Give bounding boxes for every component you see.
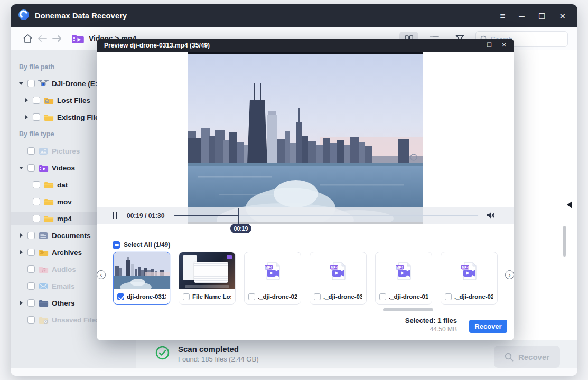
- playback-time: 00:19 / 01:30: [127, 212, 164, 220]
- item-label: Existing Files: [57, 113, 103, 121]
- preview-dialog: Preview dji-drone-0313.mp4 (35/49) ☐ ✕: [97, 39, 514, 340]
- status-title: Scan completed: [178, 345, 258, 354]
- folder-icon: [43, 197, 54, 206]
- vertical-scrollbar[interactable]: [563, 226, 566, 256]
- thumbnail-strip: dji-drone-0313.... File Name Lost... MP4: [97, 252, 514, 305]
- folder-icon: [43, 214, 54, 223]
- select-all-row[interactable]: Select All (1/49): [113, 241, 170, 249]
- thumbnail-checkbox[interactable]: [379, 293, 386, 300]
- carousel-right-icon[interactable]: ›: [505, 270, 514, 279]
- archives-folder-icon: [38, 248, 49, 256]
- item-label: DJI-Drone (E:): [52, 80, 100, 88]
- pictures-icon: [38, 147, 49, 155]
- item-label: Emails: [52, 282, 75, 290]
- item-label: mp4: [57, 215, 72, 223]
- expand-icon[interactable]: [24, 115, 30, 120]
- thumbnail-card[interactable]: MP4 ._dji-drone-022...: [244, 252, 301, 305]
- checkbox[interactable]: [27, 232, 35, 239]
- expand-icon[interactable]: [19, 233, 24, 238]
- mp4-file-icon: MP4: [245, 252, 301, 290]
- close-icon[interactable]: ✕: [559, 12, 566, 20]
- item-label: Videos: [52, 164, 75, 172]
- item-label: Archives: [52, 249, 82, 256]
- section-by-file-type: By file type: [19, 130, 54, 138]
- expand-icon[interactable]: [19, 300, 24, 306]
- documents-icon: [38, 231, 49, 240]
- checkbox[interactable]: [27, 80, 35, 87]
- recover-button[interactable]: Recover: [469, 320, 507, 333]
- forward-icon[interactable]: [50, 31, 64, 46]
- video-frame-image: [188, 52, 423, 224]
- dialog-close-icon[interactable]: ✕: [501, 42, 507, 49]
- thumbnail-checkbox[interactable]: [314, 293, 321, 300]
- thumbnail-name: File Name Lost...: [192, 293, 231, 300]
- scan-complete-icon: [155, 346, 170, 362]
- checkbox[interactable]: [33, 97, 40, 104]
- thumbnail-checkbox[interactable]: [183, 293, 190, 300]
- item-label: Lost Files: [57, 97, 90, 104]
- emails-icon: [38, 282, 49, 290]
- recover-button-disabled[interactable]: Recover: [494, 346, 560, 368]
- expand-icon[interactable]: [19, 250, 24, 255]
- folder-icon: [43, 180, 54, 189]
- drone-icon: [38, 79, 49, 88]
- checkbox[interactable]: [33, 198, 40, 205]
- checkbox[interactable]: [27, 164, 35, 172]
- svg-text:MP4: MP4: [331, 265, 338, 269]
- videos-folder-icon: [72, 34, 85, 44]
- thumbnail-checkbox[interactable]: [445, 293, 452, 300]
- section-by-file-path: By file path: [19, 63, 54, 71]
- thumbnail-card[interactable]: MP4 ._dji-drone-012...: [375, 252, 432, 305]
- app-window: Donemax Data Recovery ≡ ─ ☐ ✕ Videos > m…: [11, 4, 577, 376]
- thumbnail-card[interactable]: MP4 ._dji-drone-020...: [441, 252, 498, 305]
- checkbox[interactable]: [33, 215, 40, 222]
- checkbox[interactable]: [27, 282, 35, 290]
- checkbox[interactable]: [33, 113, 40, 121]
- expand-icon[interactable]: [19, 81, 24, 86]
- seek-handle[interactable]: [238, 208, 239, 224]
- mp4-file-icon: MP4: [441, 252, 497, 290]
- checkbox[interactable]: [27, 147, 35, 155]
- maximize-icon[interactable]: ☐: [538, 12, 545, 20]
- thumbnail-card[interactable]: dji-drone-0313....: [113, 252, 170, 305]
- thumbnail-card[interactable]: File Name Lost...: [179, 252, 236, 305]
- title-bar: Donemax Data Recovery ≡ ─ ☐ ✕: [11, 4, 577, 27]
- thumbnail-card[interactable]: MP4 ._dji-drone-031...: [310, 252, 367, 305]
- checkbox[interactable]: [27, 299, 35, 307]
- thumbnail-checkbox[interactable]: [248, 293, 255, 300]
- unsaved-files-folder-icon: [38, 316, 49, 324]
- preview-title: Preview dji-drone-0313.mp4 (35/49): [104, 42, 210, 49]
- item-label: Unsaved Files: [52, 316, 100, 324]
- seek-bar-progress: [174, 215, 239, 216]
- app-logo-icon: [18, 9, 30, 23]
- back-icon[interactable]: [35, 31, 50, 46]
- seek-bar[interactable]: [174, 215, 478, 216]
- thumbnail-checkbox[interactable]: [117, 293, 124, 300]
- mp4-file-icon: MP4: [376, 252, 432, 290]
- others-folder-icon: [38, 299, 49, 307]
- panel-collapse-icon[interactable]: [567, 201, 572, 208]
- carousel-left-icon[interactable]: ‹: [97, 270, 106, 279]
- thumbnail-name: ._dji-drone-012...: [389, 293, 428, 300]
- item-label: dat: [57, 181, 68, 189]
- checkbox[interactable]: [27, 265, 35, 273]
- audios-folder-icon: [38, 265, 49, 273]
- home-icon[interactable]: [20, 31, 35, 46]
- menu-icon[interactable]: ≡: [500, 12, 505, 21]
- select-all-checkbox[interactable]: [113, 241, 120, 249]
- video-player: 00:19 / 01:30: [97, 52, 514, 224]
- expand-icon[interactable]: [24, 98, 30, 103]
- item-label: Pictures: [52, 147, 80, 155]
- checkbox[interactable]: [33, 181, 40, 188]
- volume-icon[interactable]: [487, 212, 495, 221]
- dialog-maximize-icon[interactable]: ☐: [487, 42, 492, 49]
- checkbox[interactable]: [27, 249, 35, 256]
- thumbnail-name: dji-drone-0313....: [127, 293, 166, 300]
- expand-icon[interactable]: [19, 165, 24, 170]
- thumbnail-name: ._dji-drone-022...: [258, 293, 297, 300]
- svg-text:MP4: MP4: [396, 265, 404, 269]
- minimize-icon[interactable]: ─: [519, 12, 525, 20]
- app-title: Donemax Data Recovery: [35, 12, 127, 20]
- checkbox[interactable]: [27, 316, 35, 324]
- pause-icon[interactable]: [113, 212, 117, 219]
